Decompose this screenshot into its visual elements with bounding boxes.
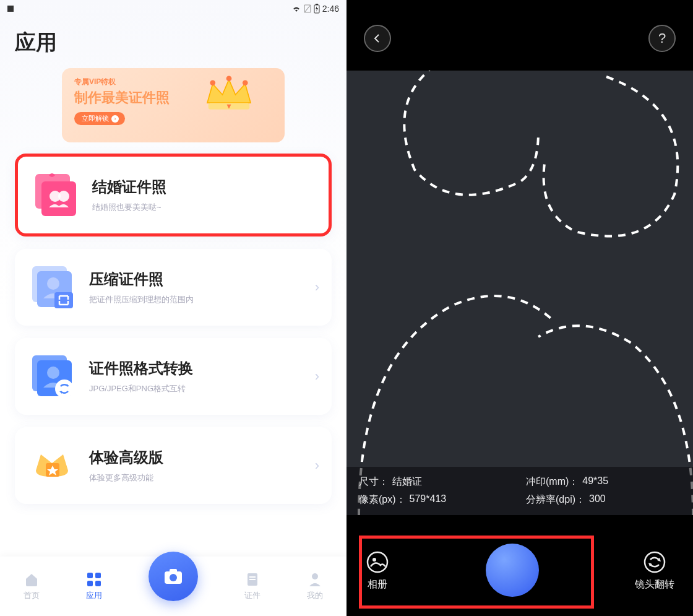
card-title: 结婚证件照 — [92, 177, 316, 197]
svg-rect-21 — [87, 573, 93, 578]
nav-label: 证件 — [244, 590, 260, 601]
nav-home[interactable]: 首页 — [24, 571, 40, 601]
flip-camera-button[interactable]: 镜头翻转 — [635, 550, 674, 591]
no-sim-icon — [304, 4, 311, 13]
svg-rect-26 — [170, 569, 177, 573]
back-button[interactable] — [364, 25, 391, 52]
svg-point-14 — [47, 277, 59, 290]
svg-rect-29 — [249, 576, 256, 578]
svg-rect-24 — [95, 581, 101, 586]
status-bar: 2:46 — [0, 0, 346, 17]
premium-icon — [27, 441, 77, 490]
chevron-right-icon: › — [315, 458, 319, 474]
vip-unlock-button[interactable]: 立即解锁 › — [74, 112, 125, 125]
card-desc: 结婚照也要美美哒~ — [92, 202, 316, 213]
svg-point-5 — [226, 76, 232, 81]
document-icon — [244, 571, 260, 588]
shutter-button[interactable] — [486, 544, 539, 597]
card-desc: JPG/JPEG和PNG格式互转 — [89, 383, 303, 394]
print-value: 49*35 — [582, 475, 608, 488]
home-icon — [24, 571, 40, 588]
crown-icon — [201, 73, 257, 116]
size-label: 尺寸： — [359, 475, 389, 488]
status-right: 2:46 — [291, 4, 339, 14]
nav-label: 我的 — [307, 590, 323, 601]
person-icon — [307, 571, 323, 588]
chevron-right-icon: › — [315, 279, 319, 295]
gallery-label: 相册 — [368, 578, 387, 591]
app-list-screen: 2:46 应用 专属VIP特权 制作最美证件照 立即解锁 › — [0, 0, 346, 616]
nav-mine[interactable]: 我的 — [307, 571, 323, 601]
svg-point-33 — [372, 558, 376, 562]
help-button[interactable]: ? — [648, 25, 676, 52]
wifi-icon — [291, 5, 301, 12]
svg-point-34 — [645, 552, 665, 572]
camera-screen: ? 尺寸：结婚证 冲印(mm)：49*35 像素(px)：579*413 分辨率… — [346, 0, 693, 616]
vip-unlock-label: 立即解锁 — [82, 114, 109, 123]
card-premium[interactable]: 体验高级版 体验更多高级功能 › — [15, 427, 332, 504]
camera-viewfinder: 尺寸：结婚证 冲印(mm)：49*35 像素(px)：579*413 分辨率(d… — [346, 71, 693, 515]
battery-charging-icon — [314, 4, 320, 14]
dpi-value: 300 — [589, 493, 606, 506]
pixel-label: 像素(px)： — [359, 493, 406, 506]
nav-apps[interactable]: 应用 — [86, 571, 102, 601]
gallery-icon — [365, 550, 390, 575]
card-title: 体验高级版 — [89, 448, 303, 467]
svg-rect-30 — [249, 579, 256, 580]
question-icon: ? — [658, 30, 666, 46]
flip-label: 镜头翻转 — [635, 578, 674, 591]
svg-point-32 — [368, 552, 387, 572]
camera-bottom-bar: 相册 镜头翻转 — [346, 529, 693, 616]
nav-camera-fab[interactable] — [148, 552, 198, 601]
print-label: 冲印(mm)： — [526, 475, 579, 488]
pixel-value: 579*413 — [410, 493, 447, 506]
svg-point-18 — [47, 367, 59, 379]
nav-docs[interactable]: 证件 — [244, 571, 260, 601]
card-desc: 体验更多高级功能 — [89, 472, 303, 484]
svg-point-4 — [210, 80, 215, 85]
svg-point-11 — [58, 191, 69, 202]
svg-point-31 — [312, 573, 318, 579]
card-title: 压缩证件照 — [89, 269, 303, 289]
svg-line-1 — [305, 6, 310, 12]
svg-point-6 — [243, 80, 248, 85]
svg-rect-23 — [87, 581, 93, 586]
card-body: 结婚证件照 结婚照也要美美哒~ — [92, 177, 316, 213]
card-marriage-photo[interactable]: 结婚证件照 结婚照也要美美哒~ — [15, 154, 332, 236]
bottom-nav: 首页 应用 证件 我的 — [0, 557, 346, 616]
card-title: 证件照格式转换 — [89, 358, 303, 378]
chevron-right-icon: › — [315, 368, 319, 384]
page-title: 应用 — [0, 17, 346, 63]
size-value: 结婚证 — [392, 475, 422, 488]
gallery-button[interactable]: 相册 — [365, 550, 390, 591]
card-body: 体验高级版 体验更多高级功能 — [89, 448, 303, 484]
convert-format-icon — [27, 352, 77, 401]
svg-rect-3 — [316, 4, 318, 5]
compress-photo-icon — [27, 262, 77, 312]
highlight-annotation — [359, 536, 594, 609]
couple-silhouette-guide — [346, 71, 693, 515]
marriage-photo-icon — [30, 170, 80, 220]
card-compress-photo[interactable]: 压缩证件照 把证件照压缩到理想的范围内 › — [15, 249, 332, 326]
vip-banner[interactable]: 专属VIP特权 制作最美证件照 立即解锁 › — [62, 68, 285, 142]
camera-top-bar: ? — [346, 0, 693, 64]
dual-screenshot-container: 2:46 应用 专属VIP特权 制作最美证件照 立即解锁 › — [0, 0, 693, 616]
card-body: 证件照格式转换 JPG/JPEG和PNG格式互转 — [89, 358, 303, 394]
flip-camera-icon — [642, 550, 667, 575]
nav-label: 首页 — [24, 590, 40, 601]
dpi-label: 分辨率(dpi)： — [526, 493, 585, 506]
photo-spec-overlay: 尺寸：结婚证 冲印(mm)：49*35 像素(px)：579*413 分辨率(d… — [346, 467, 693, 515]
nav-label: 应用 — [86, 590, 102, 601]
chevron-left-icon — [372, 33, 382, 43]
status-time: 2:46 — [322, 4, 339, 14]
card-body: 压缩证件照 把证件照压缩到理想的范围内 — [89, 269, 303, 305]
card-convert-format[interactable]: 证件照格式转换 JPG/JPEG和PNG格式互转 › — [15, 338, 332, 415]
camera-icon — [162, 565, 184, 588]
card-desc: 把证件照压缩到理想的范围内 — [89, 294, 303, 305]
svg-rect-22 — [95, 573, 101, 578]
svg-point-27 — [170, 574, 177, 581]
svg-rect-15 — [54, 292, 73, 308]
svg-point-19 — [55, 380, 74, 398]
apps-icon — [86, 571, 102, 588]
status-app-indicator — [7, 6, 14, 12]
